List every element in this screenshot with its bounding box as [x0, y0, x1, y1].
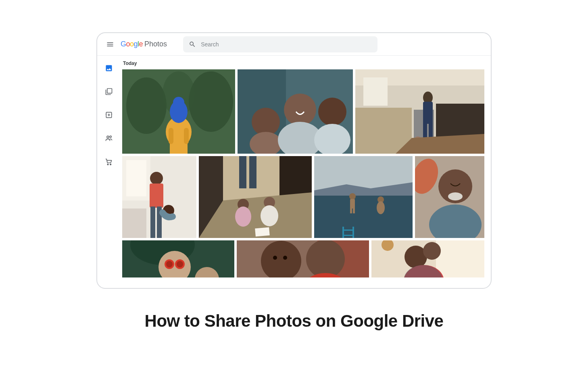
svg-point-91 [283, 256, 287, 260]
photo-thumbnail[interactable] [371, 240, 484, 277]
svg-rect-60 [314, 196, 413, 238]
for-you-icon [105, 111, 113, 119]
photos-wordmark: Photos [144, 40, 167, 48]
svg-rect-46 [122, 209, 146, 238]
date-section-label: Today [123, 60, 491, 66]
svg-rect-70 [342, 235, 354, 236]
svg-rect-63 [350, 208, 352, 213]
cart-icon [105, 158, 113, 166]
svg-point-8 [126, 77, 167, 134]
svg-rect-43 [150, 207, 155, 238]
svg-point-19 [252, 108, 280, 136]
photo-grid [122, 69, 491, 277]
sidebar-item-albums[interactable] [102, 85, 116, 98]
photo-thumbnail[interactable] [122, 156, 196, 238]
svg-point-3 [110, 136, 111, 138]
svg-point-66 [377, 201, 385, 214]
svg-rect-51 [239, 156, 246, 188]
device-frame: Google Photos [96, 32, 492, 289]
svg-point-41 [150, 172, 163, 185]
sidebar-item-sharing[interactable] [102, 131, 116, 145]
photo-thumbnail[interactable] [238, 69, 353, 154]
photo-thumbnail[interactable] [122, 240, 234, 277]
photo-row [122, 240, 491, 277]
photo-thumbnail[interactable] [122, 69, 235, 154]
photo-thumbnail[interactable] [415, 156, 484, 238]
svg-rect-27 [363, 77, 388, 106]
hamburger-icon [106, 40, 114, 48]
svg-rect-32 [423, 102, 433, 124]
search-bar[interactable] [183, 36, 377, 52]
svg-rect-57 [255, 227, 270, 236]
svg-rect-52 [249, 156, 256, 188]
svg-point-74 [448, 192, 463, 200]
svg-point-21 [284, 94, 316, 126]
svg-point-96 [423, 242, 441, 260]
app-header: Google Photos [97, 33, 491, 56]
svg-rect-15 [169, 128, 173, 144]
svg-rect-16 [184, 128, 189, 144]
photo-row [122, 156, 491, 238]
svg-point-82 [166, 261, 173, 267]
svg-point-14 [173, 97, 184, 108]
svg-point-90 [273, 256, 277, 260]
svg-point-56 [261, 205, 278, 226]
svg-point-83 [177, 261, 183, 267]
svg-rect-93 [436, 240, 484, 277]
photo-row [122, 69, 491, 154]
svg-rect-69 [342, 229, 354, 231]
svg-rect-0 [107, 89, 112, 94]
photo-thumbnail[interactable] [199, 156, 312, 238]
svg-rect-62 [350, 199, 355, 209]
body-container: Today [97, 56, 491, 288]
sidebar-nav [97, 56, 121, 288]
svg-rect-67 [342, 227, 344, 238]
svg-rect-42 [150, 184, 163, 208]
svg-point-4 [107, 164, 108, 165]
search-icon [189, 41, 196, 48]
svg-point-23 [318, 98, 346, 126]
albums-icon [105, 88, 113, 96]
svg-point-54 [235, 207, 251, 227]
photo-thumbnail[interactable] [314, 156, 413, 238]
main-content: Today [121, 56, 491, 288]
google-wordmark: Google [121, 40, 143, 48]
svg-point-9 [189, 71, 233, 132]
search-input[interactable] [201, 41, 372, 48]
sharing-icon [105, 134, 113, 142]
svg-point-61 [349, 193, 356, 200]
svg-rect-68 [352, 227, 354, 238]
photo-thumbnail[interactable] [237, 240, 369, 277]
app-logo[interactable]: Google Photos [121, 40, 167, 48]
svg-rect-64 [353, 208, 355, 213]
page-caption: How to Share Photos on Google Drive [145, 311, 444, 331]
svg-point-5 [110, 164, 111, 165]
sidebar-item-photos[interactable] [102, 61, 116, 75]
photo-thumbnail[interactable] [355, 69, 484, 154]
sidebar-item-for-you[interactable] [102, 108, 116, 122]
photos-icon [105, 64, 113, 72]
svg-point-2 [107, 136, 109, 138]
main-menu-button[interactable] [102, 36, 118, 52]
svg-point-88 [306, 240, 345, 277]
svg-rect-40 [126, 160, 146, 196]
sidebar-item-print-store[interactable] [102, 155, 116, 169]
